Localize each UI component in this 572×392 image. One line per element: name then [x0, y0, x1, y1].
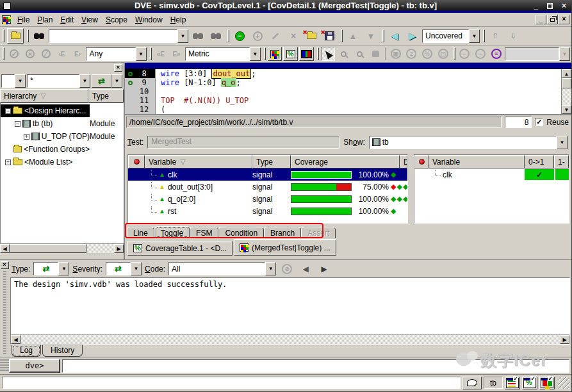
zero-to-one-column-header[interactable]: 0->1 [525, 155, 554, 168]
hierarchy-filter1-input[interactable] [4, 76, 12, 85]
code-dropdown-button[interactable]: ▼ [265, 262, 276, 275]
toolbar-handle[interactable] [317, 47, 319, 60]
tab-line[interactable]: Line [127, 227, 154, 238]
zoom-full-button[interactable]: ▣ [388, 47, 403, 61]
tree-item-tb-tb-[interactable]: −tb (tb)Module [1, 117, 123, 130]
coverage-row-clk[interactable]: ▲clksignal100.00%◆ [128, 168, 407, 181]
marker-column-header[interactable] [128, 155, 145, 168]
find-dropdown-button[interactable]: ▼ [177, 29, 188, 43]
tab-assert[interactable]: Assert [301, 227, 336, 238]
toolbar-handle[interactable] [341, 29, 343, 42]
tab-history[interactable]: History [42, 345, 83, 357]
coverage-row-q-o-2-0-[interactable]: ▲q_o[2:0]signal100.00%◆◆◆ [128, 193, 407, 205]
source-gutter-line[interactable]: 12 [125, 105, 155, 114]
show-scope-combobox[interactable]: tb ▼ [369, 136, 568, 149]
display-column-header[interactable]: Display [400, 155, 407, 168]
scroll-up-icon[interactable]: ▲ [562, 69, 571, 78]
previous-uncovered-button[interactable]: ◀ [386, 28, 403, 44]
tree-item--design-hierarc-[interactable]: −<Design Hierarc... [1, 104, 123, 117]
maximize-button[interactable] [547, 3, 553, 9]
exclude-button[interactable]: − [231, 28, 248, 44]
show-table-button[interactable] [268, 47, 282, 61]
zoom-in-button[interactable] [336, 47, 351, 61]
tab-condition[interactable]: Condition [218, 227, 264, 238]
uncovered-filter-combobox[interactable]: Uncovered ▼ [422, 29, 480, 43]
hierarchy-filter2-combobox[interactable]: ▼ [27, 74, 90, 88]
save-exclusion-file-button[interactable]: × [321, 28, 338, 44]
open-database-button[interactable] [7, 28, 24, 44]
coverage-column-header[interactable]: Coverage [291, 155, 400, 168]
source-gutter-line[interactable]: 11 [125, 96, 155, 105]
tree-expander-expand-icon[interactable]: + [24, 134, 29, 140]
percent-coverage-status-button[interactable]: ✓ [522, 377, 537, 389]
scroll-down-icon[interactable]: ▼ [562, 105, 571, 114]
tab-branch[interactable]: Branch [264, 227, 301, 238]
forward-button[interactable]: → [473, 47, 488, 61]
next-page-button[interactable]: ⇓ [505, 28, 521, 44]
resize-grip[interactable] [558, 377, 569, 389]
menu-help[interactable]: Help [167, 14, 190, 26]
menu-window[interactable]: Window [131, 14, 167, 26]
close-button[interactable]: × [562, 2, 566, 10]
last-exclusion-button[interactable]: E» [169, 47, 184, 61]
tab-fsm[interactable]: FSM [190, 227, 218, 238]
mdi-restore-button[interactable] [547, 15, 558, 24]
scrollbar-thumb[interactable] [562, 78, 571, 88]
metric-dropdown-button[interactable]: ▼ [250, 47, 261, 61]
toolbar-handle[interactable] [27, 29, 29, 42]
dve-prompt-button[interactable]: dve> [9, 359, 60, 373]
scrollbar-thumb[interactable] [10, 244, 86, 253]
toolbar-handle[interactable] [483, 29, 485, 42]
type-column-header[interactable]: Type [252, 155, 291, 168]
toolbar-handle[interactable] [227, 29, 229, 42]
toolbar-handle[interactable] [150, 47, 152, 60]
accept-button[interactable]: ✓ [7, 47, 22, 61]
pane-drag-handle[interactable] [3, 271, 6, 355]
source-gutter-line[interactable]: 10 [125, 87, 155, 96]
scroll-right-icon[interactable]: ▶ [560, 335, 569, 344]
tree-item-u-top-top-[interactable]: +U_TOP (TOP)Module [1, 130, 123, 143]
menu-view[interactable]: View [78, 14, 102, 26]
move-down-button[interactable]: ▼ [363, 28, 379, 44]
source-gutter-line[interactable]: 9 [125, 78, 155, 87]
console-close-button[interactable]: × [1, 261, 9, 269]
hierarchy-filter2-input[interactable] [30, 76, 76, 85]
hierarchy-hscrollbar[interactable]: ◀ ▶ [0, 243, 124, 253]
next-exclusion-button[interactable]: E› [70, 47, 85, 61]
tab-toggle[interactable]: Toggle [154, 226, 190, 238]
log-hscrollbar[interactable]: ◀ ▶ [11, 334, 569, 344]
next-uncovered-button[interactable]: ▶ [404, 28, 421, 44]
zoom-half-button[interactable]: ½ [420, 47, 435, 61]
annotate-button[interactable] [267, 28, 284, 44]
minimize-button[interactable]: _ [534, 2, 538, 10]
scrollbar-track[interactable] [20, 335, 560, 344]
tree-expander-collapse-icon[interactable]: − [15, 121, 20, 127]
block-coverage-status-button[interactable]: ✓ [539, 377, 555, 389]
reject-button[interactable]: × [23, 47, 38, 61]
variable-column-header[interactable]: Variable [429, 155, 525, 168]
zoom-2x-button[interactable]: 2 [404, 47, 419, 61]
show-percent-button[interactable]: % [283, 47, 298, 61]
swap-dropdown-button[interactable]: ▼ [111, 74, 122, 88]
find-previous-button[interactable] [190, 28, 206, 44]
previous-page-button[interactable]: ⇑ [487, 28, 503, 44]
find-button[interactable] [31, 28, 47, 44]
type-dropdown-button[interactable]: ▼ [58, 262, 69, 275]
menu-plan[interactable]: Plan [33, 14, 56, 26]
pan-button[interactable] [368, 47, 383, 61]
filter2-dropdown-button[interactable]: ▼ [79, 74, 90, 88]
type-column-header[interactable]: Type [88, 89, 124, 102]
line-coverage-status-button[interactable]: ✓ [505, 377, 520, 389]
window-tab-inactive[interactable]: %CoverageTable.1 - <D... [127, 241, 233, 256]
zoom-level-combobox[interactable]: ▼ [505, 47, 570, 61]
include-button[interactable]: + [249, 28, 266, 44]
reuse-checkbox[interactable]: ✓ [535, 118, 543, 126]
find-input[interactable] [52, 31, 174, 40]
move-up-button[interactable]: ▲ [345, 28, 361, 44]
any-filter-combobox[interactable]: Any ▼ [86, 47, 146, 61]
line-number-field[interactable]: 8 [505, 117, 532, 128]
filter1-dropdown-button[interactable]: ▼ [15, 74, 26, 88]
severity-dropdown-button[interactable]: ▼ [131, 262, 142, 275]
zoom-level-dropdown-button[interactable]: ▼ [559, 47, 570, 61]
type-filter-combobox[interactable]: ⇄ ▼ [33, 262, 69, 275]
